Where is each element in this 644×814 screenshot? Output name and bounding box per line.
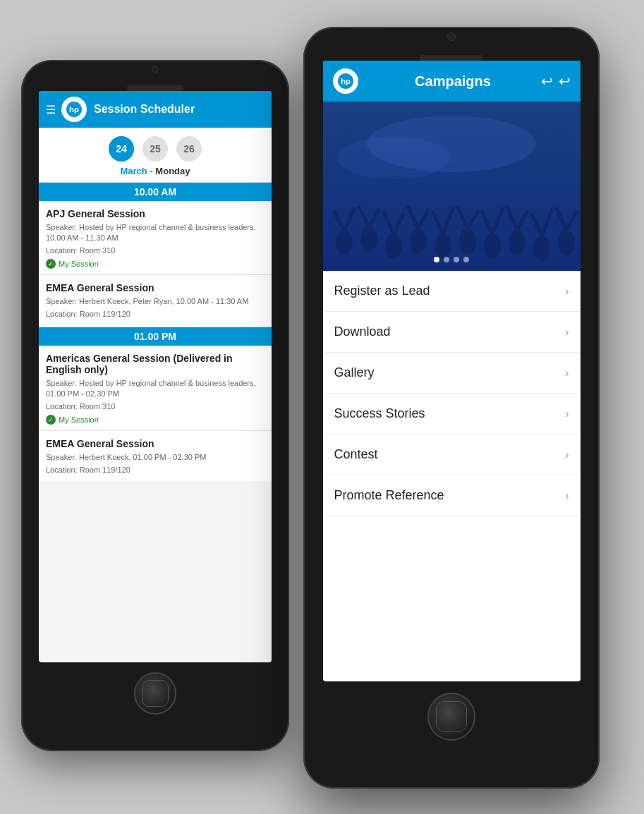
hp-logo-right: hp (333, 68, 358, 94)
menu-item-download[interactable]: Download › (323, 312, 581, 353)
success-stories-label: Success Stories (334, 406, 425, 421)
svg-text:hp: hp (341, 77, 351, 85)
left-camera (152, 66, 159, 73)
chevron-right-icon-4: › (565, 408, 569, 420)
left-screen: ☰ hp Session Scheduler 24 25 26 March - … (39, 91, 272, 662)
chevron-right-icon-2: › (565, 326, 569, 339)
nav-icons: ↩ ↩ (541, 73, 571, 90)
session-emea1-location: Location: Room 119/120 (46, 309, 265, 320)
hero-dot-2[interactable] (444, 257, 449, 262)
date-label: March - Monday (46, 166, 265, 176)
chevron-right-icon-5: › (565, 449, 569, 461)
time-header-1pm: 01.00 PM (39, 327, 272, 346)
session-emea2-detail: Speaker: Herbert Koeck, 01.00 PM - 02.30… (46, 452, 265, 463)
hp-logo-left: hp (61, 97, 87, 122)
register-as-lead-label: Register as Lead (334, 284, 430, 298)
left-home-button-inner (142, 680, 169, 707)
day-label: Monday (155, 166, 190, 176)
right-speaker (420, 55, 483, 61)
right-phone: hp Campaigns ↩ ↩ (303, 27, 600, 789)
session-americas[interactable]: Americas General Session (Delivered in E… (39, 346, 272, 431)
menu-item-success-stories[interactable]: Success Stories › (323, 394, 581, 435)
date-26[interactable]: 26 (176, 136, 202, 162)
session-apj-location: Location: Room 310 (46, 245, 265, 256)
session-emea-1[interactable]: EMEA General Session Speaker: Herbert Ko… (39, 275, 272, 327)
right-app-title: Campaigns (365, 73, 541, 90)
right-app-header: hp Campaigns ↩ ↩ (323, 61, 581, 102)
session-americas-title: Americas General Session (Delivered in E… (46, 353, 265, 375)
date-25[interactable]: 25 (142, 136, 168, 162)
menu-item-promote-reference[interactable]: Promote Reference › (323, 475, 581, 516)
check-icon-2: ✓ (46, 415, 56, 425)
session-apj-title: APJ General Session (46, 208, 265, 219)
hero-dot-1[interactable] (434, 257, 439, 262)
back-icon[interactable]: ↩ (541, 73, 553, 90)
hero-banner (323, 102, 581, 271)
session-apj-my-session: ✓ My Session (46, 259, 265, 269)
hero-pagination (434, 257, 469, 262)
hero-dot-3[interactable] (454, 257, 459, 262)
contest-label: Contest (334, 447, 378, 462)
gallery-label: Gallery (334, 365, 375, 380)
menu-item-register-as-lead[interactable]: Register as Lead › (323, 271, 581, 312)
session-emea2-title: EMEA General Session (46, 438, 265, 449)
date-24[interactable]: 24 (109, 136, 134, 162)
session-americas-detail: Speaker: Hosted by HP regional channel &… (46, 378, 265, 400)
left-app-title: Session Scheduler (94, 103, 265, 116)
menu-icon[interactable]: ☰ (46, 103, 56, 116)
left-speaker (127, 85, 183, 91)
session-apj-detail: Speaker: Hosted by HP regional channel &… (46, 222, 265, 244)
download-label: Download (334, 324, 391, 339)
chevron-right-icon-1: › (565, 285, 569, 298)
svg-rect-37 (323, 102, 581, 271)
right-home-button-inner (436, 701, 467, 732)
chevron-right-icon-6: › (565, 490, 569, 502)
session-apj[interactable]: APJ General Session Speaker: Hosted by H… (39, 201, 272, 275)
session-emea-2[interactable]: EMEA General Session Speaker: Herbert Ko… (39, 431, 272, 483)
session-americas-location: Location: Room 310 (46, 401, 265, 412)
left-app-header: ☰ hp Session Scheduler (39, 91, 272, 128)
session-emea1-detail: Speaker: Herbert Koeck, Peter Ryan, 10.0… (46, 296, 265, 307)
crowd-svg (323, 102, 581, 271)
menu-item-contest[interactable]: Contest › (323, 435, 581, 475)
chevron-right-icon-3: › (565, 367, 569, 379)
session-americas-my-session: ✓ My Session (46, 415, 265, 425)
left-home-button[interactable] (134, 672, 176, 715)
left-phone: ☰ hp Session Scheduler 24 25 26 March - … (21, 60, 289, 751)
right-screen: hp Campaigns ↩ ↩ (323, 61, 581, 681)
date-selector: 24 25 26 March - Monday (39, 128, 272, 183)
campaigns-menu: Register as Lead › Download › Gallery › … (323, 271, 581, 516)
promote-reference-label: Promote Reference (334, 488, 444, 503)
svg-text:hp: hp (69, 105, 79, 114)
back-icon-2[interactable]: ↩ (559, 73, 571, 90)
right-camera (447, 32, 456, 41)
session-emea2-location: Location: Room 119/120 (46, 465, 265, 475)
time-header-10am: 10.00 AM (39, 183, 272, 201)
check-icon: ✓ (46, 259, 56, 269)
right-home-button[interactable] (427, 693, 475, 741)
month-label: March (121, 166, 147, 176)
session-emea1-title: EMEA General Session (46, 282, 265, 293)
hero-dot-4[interactable] (463, 257, 469, 262)
menu-item-gallery[interactable]: Gallery › (323, 353, 581, 394)
